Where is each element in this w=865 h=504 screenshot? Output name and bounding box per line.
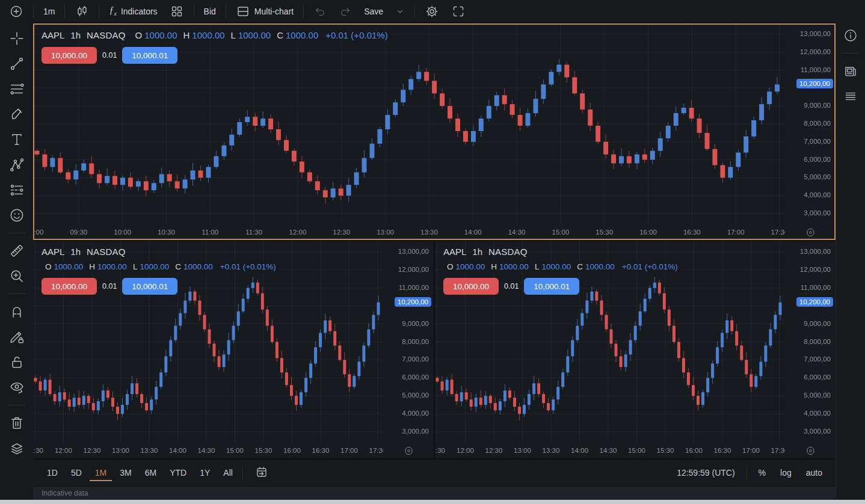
price-tick-label: 8,000,00 (402, 338, 429, 345)
go-to-date-button[interactable] (250, 463, 274, 484)
chart-panel-bottom-right[interactable]: AAPL 1h NASDAQ O1000.00H1000.00L1000.00C… (435, 241, 836, 458)
toolbar-divider (303, 5, 304, 18)
redo-button[interactable] (333, 2, 357, 20)
save-menu-button[interactable] (390, 2, 410, 20)
sell-bid-button[interactable]: 10,000.00 (443, 278, 499, 295)
chart-plot[interactable]: AAPL 1h NASDAQ O1000.00H1000.00L1000.00C… (33, 23, 785, 224)
price-axis[interactable]: 13,000,0012,000,0011,000,009,000,008,000… (383, 241, 434, 443)
multichart-button[interactable]: Multi-chart (230, 2, 299, 20)
sell-bid-button[interactable]: 10,000.00 (42, 278, 97, 295)
ohlc-value: 1000.00 (140, 262, 169, 271)
crosshair-tool[interactable] (6, 28, 28, 49)
trend-line-tool[interactable] (6, 53, 28, 75)
undo-button[interactable] (308, 2, 332, 20)
forecast-tool[interactable] (6, 179, 28, 201)
zoom-in-tool[interactable] (6, 265, 28, 287)
ohlc-value: 1000.00 (456, 262, 485, 271)
range-3m[interactable]: 3M (114, 464, 137, 481)
range-all[interactable]: All (218, 464, 238, 481)
settings-button[interactable] (419, 2, 445, 20)
info-panel-button[interactable] (840, 25, 861, 46)
market-status-icon[interactable] (403, 445, 414, 456)
range-5d[interactable]: 5D (66, 464, 87, 481)
range-1d[interactable]: 1D (42, 464, 63, 481)
text-tool[interactable] (6, 129, 28, 150)
percent-scale-button[interactable]: % (753, 466, 772, 480)
emoji-tool[interactable] (6, 204, 28, 226)
measure-tool[interactable] (6, 240, 28, 262)
log-scale-button[interactable]: log (774, 466, 798, 480)
news-panel-button[interactable] (840, 60, 861, 82)
fullscreen-button[interactable] (446, 2, 471, 20)
object-tree[interactable] (6, 437, 28, 459)
chart-style-button[interactable] (69, 2, 94, 20)
ohlc-key: O (45, 262, 52, 271)
fib-retracement-tool[interactable] (6, 78, 28, 100)
pattern-tool[interactable] (6, 154, 28, 176)
time-tick-label: 09:00 (33, 229, 43, 236)
symbol-name[interactable]: AAPL (443, 247, 466, 257)
gear-icon (425, 4, 439, 19)
clock-timezone-button[interactable]: 12:59:59 (UTC) (671, 466, 740, 480)
price-tick-label: 13,000,00 (800, 248, 831, 255)
layout-templates-button[interactable] (164, 2, 189, 20)
magnet-mode[interactable] (6, 301, 28, 322)
toolbar-divider (226, 5, 226, 18)
time-tick-label: 17:30 (369, 447, 383, 454)
range-1y[interactable]: 1Y (194, 464, 215, 481)
news-icon (843, 63, 858, 79)
ohlc-key: H (183, 30, 190, 40)
time-axis[interactable]: 11:3012:0012:3013:0013:3014:0014:3015:00… (435, 443, 785, 458)
ohlc-value: 1000.00 (97, 262, 127, 271)
price-tick-label: 13,000,00 (800, 30, 831, 37)
chart-panel-top[interactable]: AAPL 1h NASDAQ O1000.00H1000.00L1000.00C… (33, 23, 836, 240)
price-axis[interactable]: 13,000,0012,000,0011,000,009,000,008,000… (785, 241, 836, 443)
buy-ask-button[interactable]: 10,000.01 (524, 278, 579, 295)
chevron-down-icon (395, 7, 405, 16)
ohlc-value: 1000.00 (144, 30, 177, 40)
remove-drawings[interactable] (6, 412, 28, 434)
symbol-interval[interactable]: 1h (70, 30, 81, 40)
chart-plot[interactable]: AAPL 1h NASDAQ O1000.00H1000.00L1000.00C… (435, 241, 785, 443)
symbol-name[interactable]: AAPL (42, 247, 64, 257)
symbol-name[interactable]: AAPL (42, 30, 64, 40)
ohlc-value: 1000.00 (286, 30, 318, 40)
ohlc-key: C (577, 262, 583, 271)
ohlc-value: 1000.00 (54, 262, 84, 271)
symbol-interval[interactable]: 1h (70, 247, 81, 257)
sell-bid-button[interactable]: 10,000.00 (42, 47, 97, 64)
time-axis[interactable]: 09:0009:3010:0010:3011:0011:3012:0012:30… (33, 224, 785, 240)
details-panel-button[interactable] (840, 85, 861, 107)
brush-tool[interactable] (6, 103, 28, 125)
symbol-search-button[interactable] (4, 2, 29, 20)
auto-scale-button[interactable]: auto (800, 466, 828, 480)
symbol-interval[interactable]: 1h (472, 247, 482, 257)
time-tick-label: 14:00 (169, 447, 186, 454)
range-1m[interactable]: 1M (90, 464, 112, 481)
time-axis[interactable]: 11:3012:0012:3013:0013:3014:0014:3015:00… (33, 443, 383, 458)
range-6m[interactable]: 6M (140, 464, 162, 481)
hide-drawings[interactable] (6, 376, 28, 398)
market-status-icon[interactable] (805, 445, 816, 456)
save-button[interactable]: Save (359, 2, 389, 20)
price-axis[interactable]: 13,000,0012,000,0011,000,009,000,008,000… (785, 23, 836, 224)
go-to-date-icon (254, 465, 269, 479)
timeframe-button[interactable]: 1m (38, 2, 60, 20)
grid-layout-icon (170, 4, 184, 19)
time-tick-label: 17:30 (771, 447, 785, 454)
lock-all-drawings[interactable] (6, 351, 28, 373)
indicators-button[interactable]: ƒx Indicators (103, 2, 162, 20)
market-status-icon[interactable] (805, 227, 816, 238)
price-tick-label: 8,000,00 (804, 120, 831, 127)
buy-ask-button[interactable]: 10,000.01 (122, 47, 177, 64)
ohlc-values: O1000.00H1000.00L1000.00C1000.00+0.01 (+… (132, 29, 392, 41)
drawing-mode-lock[interactable] (6, 326, 28, 348)
toolbar-divider (746, 466, 747, 479)
buy-ask-button[interactable]: 10,000.01 (122, 278, 177, 295)
chart-panel-bottom-left[interactable]: AAPL 1h NASDAQ O1000.00H1000.00L1000.00C… (33, 241, 434, 458)
chart-plot[interactable]: AAPL 1h NASDAQ O1000.00H1000.00L1000.00C… (33, 241, 383, 443)
bid-button[interactable]: Bid (199, 2, 221, 20)
time-tick-label: 10:00 (114, 229, 131, 236)
range-ytd[interactable]: YTD (164, 464, 192, 481)
time-tick-label: 14:00 (464, 229, 482, 236)
